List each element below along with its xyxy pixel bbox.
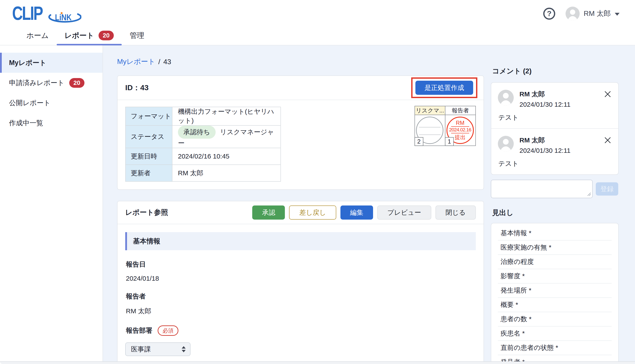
app-header: CLIP LiNK ? RM 太郎 ホーム [0, 0, 635, 46]
tab-reports-badge: 20 [98, 31, 114, 40]
tab-admin-label: 管理 [130, 31, 144, 40]
comment-author: RM 太郎 [520, 90, 570, 99]
right-panel: コメント (2) RM 太郎 2024/01/30 12:11 テスト [491, 46, 635, 364]
edit-button[interactable]: 編集 [340, 206, 373, 220]
info-label-updated-at: 更新日時 [126, 148, 172, 165]
remand-button[interactable]: 差し戻し [289, 206, 336, 220]
logo-link-text: LiNK [55, 13, 72, 22]
heading-item-medical-care[interactable]: 医療実施の有無 * [498, 240, 612, 255]
report-id-label: ID：43 [125, 83, 148, 93]
sidebar-item-drafts[interactable]: 作成中一覧 [0, 113, 102, 133]
user-name: RM 太郎 [584, 9, 611, 18]
sidebar: Myレポート 申請済みレポート 20 公開レポート 作成中一覧 [0, 46, 103, 364]
user-menu[interactable]: RM 太郎 [566, 6, 620, 21]
comment-timestamp: 2024/01/30 12:11 [520, 101, 570, 108]
logo-link-mark: LiNK [45, 12, 81, 26]
sidebar-submitted-badge: 20 [69, 78, 84, 88]
stamp-header-reporter: 報告者 [445, 106, 476, 115]
info-value-format: 機構出力フォーマット(ヒヤリハット) [172, 107, 281, 126]
preview-button[interactable]: プレビュー [377, 206, 431, 220]
field-label-department: 報告部署 [126, 326, 152, 335]
report-id-card: ID：43 是正処置作成 フォーマット 機構出力フォーマット(ヒヤリハット) ス… [117, 76, 484, 190]
avatar [498, 90, 514, 106]
info-label-format: フォーマット [126, 107, 172, 126]
close-button[interactable]: 閉じる [436, 206, 476, 220]
sidebar-item-label: 申請済みレポート [9, 78, 64, 88]
department-select[interactable]: 医事課 [125, 342, 190, 356]
comments-title: コメント (2) [492, 66, 619, 76]
logo-clip-text: CLIP [12, 4, 42, 23]
register-comment-button[interactable]: 登録 [596, 182, 618, 196]
info-value-updated-by: RM 太郎 [172, 165, 281, 182]
heading-item-disease-name[interactable]: 疾患名 * [498, 326, 612, 341]
stamp-cell-risk-manager: 2 [414, 115, 446, 146]
report-action-buttons: 承認 差し戻し 編集 プレビュー 閉じる [252, 206, 476, 220]
comment-timestamp: 2024/01/30 12:11 [520, 147, 570, 154]
window-bottom-edge [0, 361, 635, 364]
comment-author: RM 太郎 [520, 136, 570, 145]
report-info-table: フォーマット 機構出力フォーマット(ヒヤリハット) ステータス 承認待ちリスクマ… [125, 107, 281, 182]
tab-reports[interactable]: レポート 20 [57, 26, 122, 45]
headings-card: 基本情報 * 医療実施の有無 * 治療の程度 影響度 * 発生場所 * 概要 *… [491, 223, 619, 364]
heading-item-summary[interactable]: 概要 * [498, 298, 612, 312]
breadcrumb-my-reports-link[interactable]: Myレポート [117, 57, 155, 66]
main-nav: ホーム レポート 20 管理 [0, 26, 635, 45]
sidebar-item-submitted-reports[interactable]: 申請済みレポート 20 [0, 73, 102, 93]
report-view-title: レポート参照 [125, 208, 168, 218]
section-header-basic-info: 基本情報 [125, 232, 476, 250]
breadcrumb-separator: / [158, 58, 160, 66]
sidebar-item-label: Myレポート [9, 58, 46, 68]
tab-home[interactable]: ホーム [18, 26, 57, 45]
svg-text:?: ? [547, 9, 552, 18]
comment-input[interactable] [491, 180, 593, 198]
heading-item-treatment-level[interactable]: 治療の程度 [498, 255, 612, 269]
heading-item-patient-count[interactable]: 患者の数 * [498, 312, 612, 326]
comment-item: RM 太郎 2024/01/30 12:11 テスト [491, 83, 618, 128]
comments-card: RM 太郎 2024/01/30 12:11 テスト RM 太郎 2024/01… [491, 82, 619, 175]
field-value-report-date: 2024/01/18 [126, 275, 476, 282]
heading-item-basic-info[interactable]: 基本情報 * [498, 226, 612, 240]
comment-item: RM 太郎 2024/01/30 12:11 テスト [491, 128, 618, 174]
field-value-reporter: RM 太郎 [126, 307, 476, 316]
stamp-header-risk-manager: リスクマ... [414, 106, 446, 115]
info-value-status: 承認待ちリスクマネージャー [172, 126, 281, 148]
approve-button[interactable]: 承認 [252, 206, 285, 220]
heading-item-impact[interactable]: 影響度 * [498, 269, 612, 284]
heading-item-location[interactable]: 発生場所 * [498, 284, 612, 298]
info-value-updated-at: 2024/02/16 10:45 [172, 148, 281, 165]
headings-title: 見出し [492, 208, 619, 218]
stamp-date: 2024.02.16 [449, 127, 471, 133]
help-icon[interactable]: ? [542, 7, 556, 20]
close-icon[interactable] [604, 90, 611, 98]
report-view-card: レポート参照 承認 差し戻し 編集 プレビュー 閉じる 基本情報 報告日 202… [117, 201, 484, 364]
tab-home-label: ホーム [26, 31, 49, 40]
avatar [566, 6, 580, 21]
department-select-value: 医事課 [131, 345, 151, 354]
heading-item-patient-state[interactable]: 直前の患者の状態 * [498, 341, 612, 355]
comment-text: テスト [498, 113, 612, 122]
create-corrective-action-button[interactable]: 是正処置作成 [416, 81, 473, 95]
info-label-status: ステータス [126, 126, 172, 148]
breadcrumb-current: 43 [164, 58, 171, 66]
sidebar-item-label: 作成中一覧 [9, 118, 43, 128]
breadcrumb: Myレポート / 43 [117, 57, 491, 66]
info-label-updated-by: 更新者 [126, 165, 172, 182]
main-area: Myレポート 申請済みレポート 20 公開レポート 作成中一覧 Myレポート /… [0, 46, 635, 364]
field-label-report-date: 報告日 [126, 260, 146, 269]
stamp-name: RM [456, 120, 464, 126]
logo-i-dot [61, 12, 62, 14]
stamp-cell-reporter: RM 2024.02.16 提出 1 [445, 115, 476, 146]
table-row: 更新者 RM 太郎 [126, 165, 281, 182]
table-row: フォーマット 機構出力フォーマット(ヒヤリハット) [126, 107, 281, 126]
app-logo[interactable]: CLIP LiNK [12, 2, 87, 26]
required-badge: 必須 [158, 326, 178, 336]
status-badge: 承認待ち [178, 126, 216, 139]
close-icon[interactable] [604, 137, 611, 144]
sidebar-item-my-reports[interactable]: Myレポート [0, 53, 102, 73]
sidebar-item-public-reports[interactable]: 公開レポート [0, 93, 102, 113]
table-row: ステータス 承認待ちリスクマネージャー [126, 126, 281, 148]
stamp-action: 提出 [455, 134, 466, 141]
tab-admin[interactable]: 管理 [122, 26, 152, 45]
stamp-order-number: 2 [414, 137, 423, 146]
sidebar-item-label: 公開レポート [9, 98, 50, 108]
